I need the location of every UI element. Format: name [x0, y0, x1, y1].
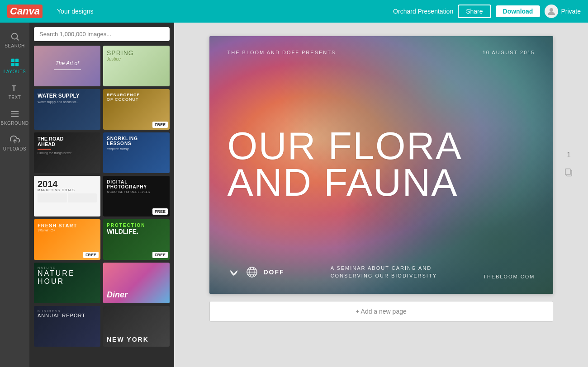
list-item[interactable]: DIGITAL PHOTOGRAPHY A COURSE FOR ALL LEV…	[103, 176, 170, 216]
lotus-icon	[228, 266, 240, 278]
logo[interactable]: Canva	[7, 5, 43, 18]
app-header: Canva Your designs Orchard Presentation …	[0, 0, 588, 23]
globe-icon	[246, 266, 258, 278]
sidebar: SEARCH LAYOUTS T TEXT BKGROUND UPLOADS	[0, 23, 29, 367]
private-label: Private	[561, 8, 581, 15]
svg-line-2	[17, 38, 19, 40]
sidebar-item-layouts[interactable]: LAYOUTS	[0, 53, 29, 79]
templates-panel: The Art of SPRING Justice WATER SUP	[29, 23, 174, 367]
slide-bottom: DOFF A SEMINAR ABOUT CARING ANDCONSERVIN…	[228, 264, 535, 280]
sidebar-item-uploads[interactable]: UPLOADS	[0, 130, 29, 156]
avatar	[545, 5, 558, 18]
sidebar-item-search[interactable]: SEARCH	[0, 27, 29, 53]
sidebar-item-text[interactable]: T TEXT	[0, 79, 29, 104]
slide-subtitle: A SEMINAR ABOUT CARING ANDCONSERVING OUR…	[331, 264, 437, 280]
list-item[interactable]: SPRING Justice	[103, 46, 170, 86]
svg-point-0	[550, 8, 553, 12]
list-item[interactable]: THE ROADAHEAD Finding the things better	[34, 132, 100, 173]
list-item[interactable]: NATURE NATUREHOUR	[34, 263, 100, 303]
svg-rect-6	[15, 63, 18, 66]
slide-url: THEBLOOM.COM	[483, 274, 535, 279]
private-button[interactable]: Private	[545, 5, 581, 18]
list-item[interactable]: BUSINESS Annual Report	[34, 306, 100, 347]
list-item[interactable]: NEW YORK	[103, 306, 170, 347]
add-page-button[interactable]: + Add a new page	[209, 301, 553, 322]
svg-rect-4	[15, 59, 18, 62]
free-badge: FREE	[152, 252, 168, 258]
logo-text: Canva	[7, 5, 43, 18]
slide-bottom-left: DOFF	[228, 266, 285, 280]
canvas-area: THE BLOOM AND DOFF PRESENTS 10 AUGUST 20…	[174, 23, 588, 367]
sidebar-layouts-label: LAYOUTS	[4, 69, 26, 74]
svg-rect-5	[11, 63, 14, 66]
free-badge: FREE	[83, 252, 99, 258]
sidebar-text-label: TEXT	[9, 95, 21, 100]
list-item[interactable]: PROTECTION wildlife. FREE	[103, 219, 170, 260]
slide-content: THE BLOOM AND DOFF PRESENTS 10 AUGUST 20…	[209, 36, 553, 294]
svg-text:T: T	[11, 84, 16, 92]
slide-title-line1: OUR FLORA	[228, 127, 463, 165]
search-input[interactable]	[34, 27, 170, 41]
list-item[interactable]: The Art of	[34, 46, 100, 86]
free-badge: FREE	[152, 122, 168, 128]
list-item[interactable]: SNORKLING LESSONS enquire today	[103, 132, 170, 173]
svg-point-1	[11, 33, 17, 39]
sidebar-uploads-label: UPLOADS	[3, 146, 26, 151]
slide-wrapper: THE BLOOM AND DOFF PRESENTS 10 AUGUST 20…	[209, 36, 553, 294]
list-item[interactable]: RESURGENCE OF COCONUT FREE	[103, 89, 170, 130]
slide-title-area: OUR FLORA AND FAUNA	[228, 64, 535, 264]
slide-bottom-right: A SEMINAR ABOUT CARING ANDCONSERVING OUR…	[331, 264, 437, 280]
list-item[interactable]: 2014 MARKETING GOALS	[34, 176, 100, 216]
slide-top-row: THE BLOOM AND DOFF PRESENTS 10 AUGUST 20…	[228, 50, 535, 55]
slide[interactable]: THE BLOOM AND DOFF PRESENTS 10 AUGUST 20…	[209, 36, 553, 294]
list-item[interactable]: Diner	[103, 263, 170, 303]
sidebar-background-label: BKGROUND	[1, 121, 29, 126]
slide-main-title: OUR FLORA AND FAUNA	[228, 127, 463, 201]
svg-rect-18	[565, 169, 570, 175]
sidebar-item-background[interactable]: BKGROUND	[0, 104, 29, 130]
sidebar-search-label: SEARCH	[5, 43, 25, 48]
slide-footer-url: THEBLOOM.COM	[483, 272, 535, 280]
slide-presenter: THE BLOOM AND DOFF PRESENTS	[228, 50, 336, 55]
duplicate-icon[interactable]	[564, 168, 574, 179]
footer-brand: DOFF	[264, 268, 285, 276]
download-button[interactable]: Download	[496, 5, 541, 17]
project-name: Orchard Presentation	[393, 8, 453, 15]
slide-date: 10 AUGUST 2015	[483, 50, 535, 55]
slide-title-line2: AND FAUNA	[228, 164, 463, 201]
list-item[interactable]: FRESH START Vitamin C+ FREE	[34, 219, 100, 260]
nav-designs[interactable]: Your designs	[57, 8, 93, 15]
templates-grid: The Art of SPRING Justice WATER SUP	[34, 46, 170, 347]
list-item[interactable]: WATER SUPPLY Water supply and needs for.…	[34, 89, 100, 130]
svg-rect-3	[11, 59, 14, 62]
slide-footer-icons: DOFF	[228, 266, 285, 278]
free-badge: FREE	[152, 208, 168, 215]
page-number-area: 1	[564, 151, 574, 179]
header-right: Orchard Presentation Share Download Priv…	[393, 5, 581, 18]
main-container: SEARCH LAYOUTS T TEXT BKGROUND UPLOADS	[0, 23, 588, 367]
page-number: 1	[567, 151, 571, 159]
share-button[interactable]: Share	[458, 5, 491, 18]
